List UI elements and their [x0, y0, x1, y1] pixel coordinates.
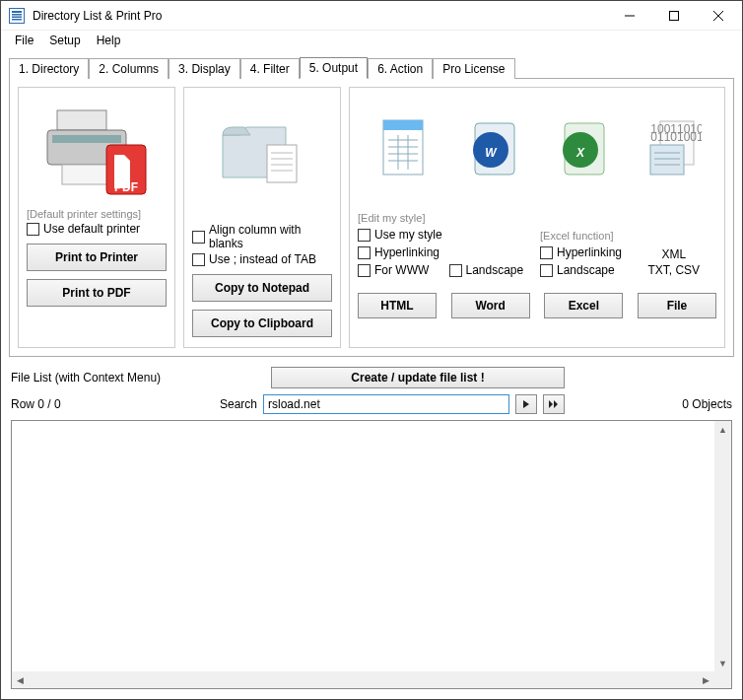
- chk-word-landscape-label: Landscape: [466, 263, 524, 277]
- chk-excel-landscape[interactable]: [540, 264, 553, 277]
- search-row: Row 0 / 0 Search 0 Objects: [1, 392, 742, 420]
- filelist-header: File List (with Context Menu) Create / u…: [1, 363, 742, 392]
- file-icon: 1001101001101001: [642, 115, 702, 184]
- svg-rect-15: [267, 145, 297, 182]
- svg-rect-12: [62, 165, 111, 184]
- chk-word-landscape[interactable]: [449, 264, 462, 277]
- print-to-pdf-button[interactable]: Print to PDF: [27, 279, 167, 307]
- svg-rect-2: [12, 14, 22, 16]
- panel-export: W X 1001101001101001 [Edit my style] Use…: [349, 87, 725, 348]
- panel-copy: Align column with blanks Use ; instead o…: [183, 87, 341, 348]
- copy-to-clipboard-button[interactable]: Copy to Clipboard: [192, 310, 332, 337]
- svg-text:PDF: PDF: [114, 180, 138, 194]
- svg-rect-11: [52, 135, 121, 143]
- tab-display[interactable]: 3. Display: [169, 58, 240, 79]
- vertical-scrollbar[interactable]: ▲ ▼: [714, 421, 731, 671]
- svg-rect-6: [669, 11, 678, 20]
- scroll-down-icon[interactable]: ▼: [714, 655, 731, 671]
- tab-content-output: PDF [Default printer settings] Use defau…: [9, 78, 734, 357]
- folder-notepad-icon: [192, 96, 332, 204]
- chk-align-blanks[interactable]: [192, 231, 205, 244]
- printer-note: [Default printer settings]: [27, 208, 167, 220]
- create-update-button[interactable]: Create / update file list !: [271, 367, 565, 388]
- tab-pro-license[interactable]: Pro License: [433, 58, 514, 79]
- export-html-button[interactable]: HTML: [358, 293, 437, 318]
- svg-marker-42: [549, 400, 553, 408]
- chk-semicolon[interactable]: [192, 253, 205, 266]
- panel-printer: PDF [Default printer settings] Use defau…: [18, 87, 175, 348]
- export-file-button[interactable]: File: [638, 293, 716, 318]
- edit-style-note: [Edit my style]: [358, 212, 443, 224]
- chk-excel-hyper-label: Hyperlinking: [557, 245, 622, 259]
- chk-default-printer[interactable]: [27, 223, 39, 236]
- menu-help[interactable]: Help: [89, 32, 129, 49]
- printer-pdf-icon: PDF: [27, 96, 167, 204]
- xml-label: XML: [661, 247, 686, 261]
- menu-setup[interactable]: Setup: [41, 32, 88, 49]
- svg-rect-9: [57, 110, 106, 130]
- svg-rect-37: [650, 145, 684, 175]
- svg-rect-4: [12, 19, 22, 21]
- search-next-button[interactable]: [515, 394, 537, 414]
- filelist-label: File List (with Context Menu): [11, 371, 161, 385]
- menu-file[interactable]: File: [7, 32, 41, 49]
- svg-rect-0: [10, 8, 25, 23]
- scroll-up-icon[interactable]: ▲: [714, 421, 731, 438]
- export-excel-button[interactable]: Excel: [544, 293, 623, 318]
- chk-excel-hyper[interactable]: [540, 246, 553, 259]
- scroll-left-icon[interactable]: ◀: [12, 671, 29, 688]
- excel-icon: X: [553, 115, 612, 184]
- svg-rect-1: [12, 11, 22, 13]
- chk-excel-landscape-label: Landscape: [557, 263, 615, 277]
- svg-text:W: W: [485, 146, 498, 160]
- app-icon: [9, 8, 25, 24]
- horizontal-scrollbar[interactable]: ◀ ▶: [12, 671, 731, 688]
- menubar: File Setup Help: [1, 31, 742, 50]
- tab-directory[interactable]: 1. Directory: [9, 58, 89, 79]
- titlebar: Directory List & Print Pro: [1, 1, 742, 31]
- maximize-button[interactable]: [651, 2, 696, 30]
- file-list-view[interactable]: ▲ ▼ ◀ ▶: [11, 420, 732, 689]
- word-icon: W: [463, 115, 522, 184]
- chk-use-style[interactable]: [358, 229, 371, 242]
- chk-for-www[interactable]: [358, 264, 371, 277]
- tab-columns[interactable]: 2. Columns: [89, 58, 169, 79]
- svg-marker-41: [523, 400, 529, 408]
- search-label: Search: [220, 397, 257, 411]
- chk-for-www-label: For WWW: [374, 263, 429, 277]
- chk-hyperlinking-label: Hyperlinking: [374, 245, 439, 259]
- chk-hyperlinking[interactable]: [358, 246, 371, 259]
- txtcsv-label: TXT, CSV: [647, 263, 700, 277]
- search-input[interactable]: [263, 394, 509, 414]
- svg-rect-3: [12, 16, 22, 18]
- print-to-printer-button[interactable]: Print to Printer: [27, 244, 167, 271]
- svg-text:X: X: [574, 146, 584, 160]
- tab-action[interactable]: 6. Action: [368, 58, 433, 79]
- object-count: 0 Objects: [682, 397, 732, 411]
- tab-strip: 1. Directory 2. Columns 3. Display 4. Fi…: [9, 56, 734, 78]
- chk-align-blanks-label: Align column with blanks: [209, 223, 332, 250]
- svg-text:01101001: 01101001: [650, 130, 702, 144]
- tab-output[interactable]: 5. Output: [300, 57, 368, 79]
- minimize-button[interactable]: [607, 2, 651, 30]
- close-button[interactable]: [696, 2, 740, 30]
- excel-note: [Excel function]: [540, 230, 626, 242]
- row-counter: Row 0 / 0: [11, 397, 149, 411]
- chk-default-printer-label: Use default printer: [43, 222, 140, 236]
- export-word-button[interactable]: Word: [451, 293, 530, 318]
- html-icon: [373, 115, 433, 184]
- chk-use-style-label: Use my style: [374, 228, 442, 242]
- scroll-corner: [714, 671, 731, 688]
- scroll-right-icon[interactable]: ▶: [698, 671, 714, 688]
- tab-filter[interactable]: 4. Filter: [240, 58, 300, 79]
- svg-marker-43: [554, 400, 558, 408]
- svg-rect-21: [383, 120, 423, 130]
- copy-to-notepad-button[interactable]: Copy to Notepad: [192, 274, 332, 302]
- chk-semicolon-label: Use ; instead of TAB: [209, 252, 316, 266]
- window-title: Directory List & Print Pro: [33, 9, 607, 23]
- search-next-all-button[interactable]: [543, 394, 565, 414]
